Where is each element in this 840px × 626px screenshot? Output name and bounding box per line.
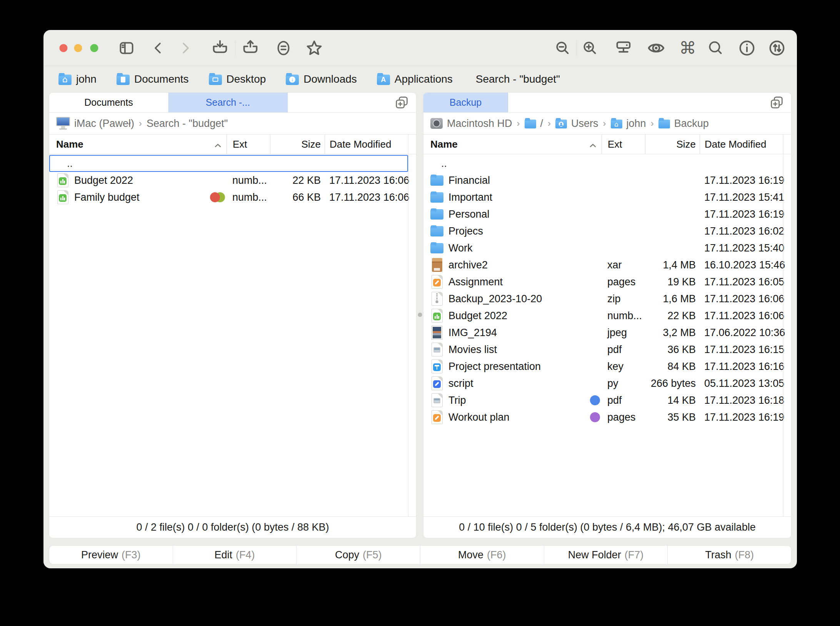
folder-icon	[658, 120, 670, 128]
archive-file-icon	[430, 258, 443, 272]
blue-tag-icon	[590, 395, 600, 405]
network-drive-icon[interactable]	[613, 38, 633, 58]
sort-icon[interactable]	[767, 38, 787, 58]
column-header-name[interactable]: Name	[49, 138, 227, 150]
zoom-window-button[interactable]	[90, 44, 98, 52]
trash-button[interactable]: Trash(F8)	[667, 546, 791, 564]
path-segment[interactable]: /	[540, 118, 543, 130]
divider-handle-icon[interactable]	[418, 313, 422, 317]
oval-menu-icon[interactable]	[273, 38, 293, 58]
row-important[interactable]: Important 17.11.2023 15:41	[423, 189, 783, 206]
move-button[interactable]: Move(F6)	[420, 546, 544, 564]
red-tag-icon	[210, 192, 220, 202]
row-assignment[interactable]: Assignment pages 19 KB 17.11.2023 16:05	[423, 273, 783, 290]
row-movies-list[interactable]: Movies list pdf 36 KB 17.11.2023 16:15	[423, 341, 783, 358]
path-segment[interactable]: Backup	[674, 118, 709, 130]
pdf-file-icon	[430, 393, 443, 408]
home-folder-icon: ⌂	[611, 120, 622, 128]
status-text: 0 / 10 file(s) 0 / 5 folder(s) (0 bytes …	[459, 521, 755, 533]
favorite-john[interactable]: ⌂ john	[58, 73, 97, 85]
right-tabbar: Backup	[423, 93, 791, 113]
right-list-header: Name Ext Size Date Modified	[423, 135, 791, 154]
archive-download-icon[interactable]	[210, 38, 230, 58]
row-trip[interactable]: Trip pdf 14 KB 17.11.2023 16:18	[423, 392, 783, 409]
file-tags	[590, 395, 600, 405]
right-file-list: .. Financial 17.11.2023 16:19 Important …	[423, 154, 791, 516]
favorite-desktop[interactable]: Desktop	[209, 73, 266, 85]
file-name: archive2	[448, 259, 488, 271]
zoom-out-icon[interactable]	[553, 38, 573, 58]
favorite-downloads[interactable]: ↓ Downloads	[286, 73, 357, 85]
row-work[interactable]: Work 17.11.2023 15:40	[423, 240, 783, 256]
file-tags	[210, 192, 225, 202]
column-header-size[interactable]: Size	[645, 135, 700, 154]
left-path-bar[interactable]: iMac (Paweł) › Search - "budget"	[49, 113, 416, 135]
column-header-ext[interactable]: Ext	[227, 135, 270, 154]
preview-eye-icon[interactable]	[646, 38, 666, 58]
row-project-presentation[interactable]: Project presentation key 84 KB 17.11.202…	[423, 358, 783, 375]
edit-button[interactable]: Edit(F4)	[173, 546, 297, 564]
new-tab-button[interactable]	[394, 95, 410, 111]
imac-icon	[56, 117, 70, 130]
favorites-star-icon[interactable]	[304, 38, 324, 58]
copy-button[interactable]: Copy(F5)	[296, 546, 420, 564]
info-icon[interactable]	[737, 38, 757, 58]
folder-icon	[430, 173, 443, 188]
pane-divider[interactable]	[417, 92, 423, 538]
folder-icon	[430, 224, 443, 238]
row-up-directory[interactable]: ..	[423, 155, 783, 172]
desktop-folder-icon	[209, 75, 222, 85]
path-separator: ›	[138, 118, 142, 129]
row-financial[interactable]: Financial 17.11.2023 16:19	[423, 172, 783, 189]
column-header-name[interactable]: Name	[423, 138, 602, 150]
tab-search[interactable]: Search -...	[168, 93, 288, 112]
purple-tag-icon	[590, 412, 600, 422]
tab-backup[interactable]: Backup	[423, 93, 508, 112]
minimize-button[interactable]	[74, 44, 82, 52]
pdf-file-icon	[430, 342, 443, 357]
search-icon[interactable]	[705, 38, 725, 58]
row-personal[interactable]: Personal 17.11.2023 16:19	[423, 206, 783, 223]
row-archive2[interactable]: archive2 xar 1,4 MB 16.10.2023 15:46	[423, 256, 783, 273]
folder-icon	[525, 120, 536, 128]
close-button[interactable]	[60, 44, 68, 52]
command-key-icon[interactable]: ⌘	[678, 38, 698, 58]
path-segment[interactable]: Users	[571, 118, 598, 130]
column-header-size[interactable]: Size	[270, 135, 325, 154]
row-workout-plan[interactable]: Workout plan pages 35 KB 17.11.2023 16:1…	[423, 409, 783, 426]
path-segment[interactable]: Macintosh HD	[447, 118, 512, 130]
row-family-budget[interactable]: Family budget numb... 66 KB 17.11.2023 1…	[49, 189, 408, 206]
zip-file-icon	[430, 291, 443, 306]
file-name: Important	[448, 191, 492, 203]
column-header-date[interactable]: Date Modified	[325, 135, 416, 154]
archive-upload-icon[interactable]	[240, 38, 260, 58]
column-header-ext[interactable]: Ext	[602, 135, 645, 154]
favorite-documents[interactable]: Documents	[117, 73, 189, 85]
forward-icon[interactable]	[175, 38, 195, 58]
favorite-search-budget[interactable]: Search - "budget"	[476, 73, 560, 85]
path-segment[interactable]: iMac (Paweł)	[74, 118, 134, 130]
file-name: script	[448, 378, 473, 390]
back-icon[interactable]	[148, 38, 168, 58]
file-manager-window: ⌘ ⌂ john Documents Desktop ↓ Downloads	[43, 30, 797, 568]
right-path-bar[interactable]: Macintosh HD › / › Users › ⌂ john › Back…	[423, 113, 791, 135]
row-script[interactable]: script py 266 bytes 05.11.2023 13:05	[423, 375, 783, 392]
sidebar-toggle-icon[interactable]	[117, 38, 137, 58]
home-folder-icon: ⌂	[58, 75, 72, 85]
new-tab-button[interactable]	[769, 95, 785, 111]
path-segment[interactable]: john	[627, 118, 646, 130]
favorite-applications[interactable]: A Applications	[377, 73, 453, 85]
numbers-file-icon	[56, 173, 69, 188]
path-segment[interactable]: Search - "budget"	[147, 118, 228, 130]
column-header-date[interactable]: Date Modified	[700, 135, 791, 154]
row-budget-2022[interactable]: Budget 2022 numb... 22 KB 17.11.2023 16:…	[49, 172, 408, 189]
row-backup-zip[interactable]: Backup_2023-10-20 zip 1,6 MB 17.11.2023 …	[423, 290, 783, 307]
row-budget-2022[interactable]: Budget 2022 numb... 22 KB 17.11.2023 16:…	[423, 307, 783, 324]
row-img-2194[interactable]: IMG_2194 jpeg 3,2 MB 17.06.2022 10:36	[423, 324, 783, 341]
zoom-in-icon[interactable]	[580, 38, 600, 58]
row-up-directory[interactable]: ..	[49, 155, 408, 172]
preview-button[interactable]: Preview(F3)	[49, 546, 173, 564]
row-projecs[interactable]: Projecs 17.11.2023 16:02	[423, 223, 783, 240]
new-folder-button[interactable]: New Folder(F7)	[544, 546, 668, 564]
tab-documents[interactable]: Documents	[49, 93, 168, 112]
